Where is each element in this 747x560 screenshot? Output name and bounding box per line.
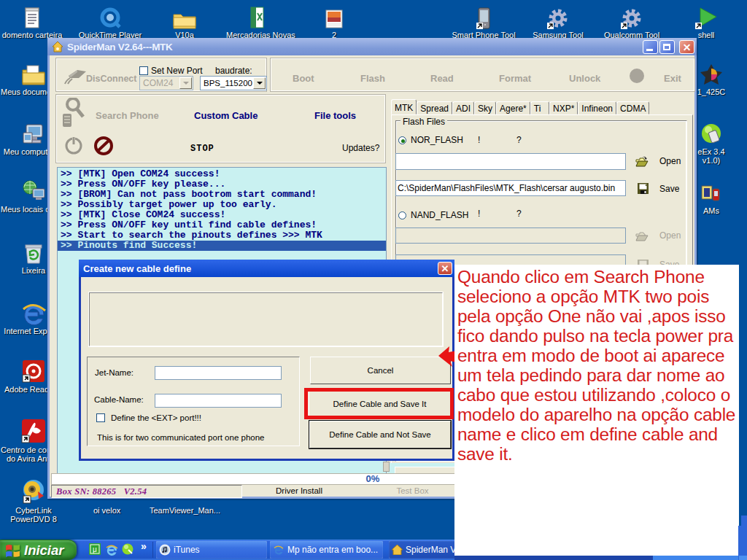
svg-text:μ: μ bbox=[93, 545, 97, 553]
